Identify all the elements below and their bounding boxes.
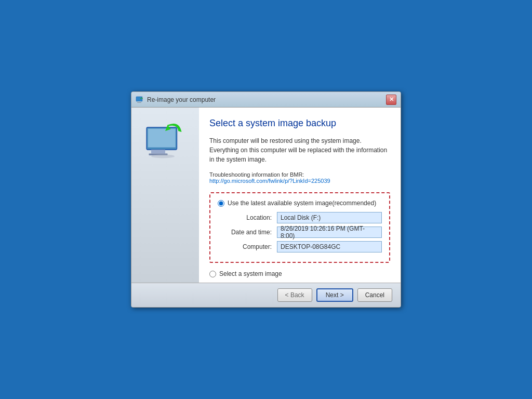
window-title: Re-image your computer — [147, 96, 386, 103]
svg-rect-0 — [136, 97, 142, 101]
location-row: Location: Local Disk (F:) — [218, 212, 382, 223]
option1-label[interactable]: Use the latest available system image(re… — [228, 200, 376, 207]
dialog-body: Select a system image backup This comput… — [131, 108, 401, 283]
location-value: Local Disk (F:) — [277, 212, 382, 223]
right-panel: Select a system image backup This comput… — [199, 108, 401, 283]
option2-label[interactable]: Select a system image — [219, 270, 282, 277]
troubleshooting-link[interactable]: http://go.microsoft.com/fwlink/p/?LinkId… — [209, 178, 330, 184]
description-text: This computer will be restored using the… — [209, 136, 390, 164]
computer-row: Computer: DESKTOP-08G84GC — [218, 241, 382, 252]
option1-row: Use the latest available system image(re… — [218, 200, 382, 207]
computer-value: DESKTOP-08G84GC — [277, 241, 382, 252]
troubleshooting-label: Troubleshooting information for BMR: — [209, 171, 304, 178]
location-label: Location: — [220, 214, 272, 221]
option2-radio[interactable] — [209, 271, 216, 277]
computer-restore-icon — [142, 118, 189, 165]
datetime-row: Date and time: 8/26/2019 10:26:16 PM (GM… — [218, 227, 382, 238]
svg-rect-2 — [137, 102, 141, 103]
left-panel — [131, 108, 199, 283]
close-button[interactable]: ✕ — [386, 95, 396, 105]
svg-rect-5 — [151, 150, 165, 153]
option2-row: Select a system image — [209, 270, 390, 277]
back-button[interactable]: < Back — [277, 288, 312, 302]
datetime-value: 8/26/2019 10:26:16 PM (GMT-8:00) — [277, 227, 382, 238]
svg-rect-4 — [148, 129, 176, 148]
titlebar-icon — [136, 96, 144, 104]
svg-rect-1 — [138, 101, 141, 102]
cancel-button[interactable]: Cancel — [357, 288, 392, 302]
main-dialog: Re-image your computer ✕ Select a system… — [131, 91, 401, 308]
selection-box: Use the latest available system image(re… — [209, 192, 390, 263]
title-bar: Re-image your computer ✕ — [131, 92, 401, 108]
option1-radio[interactable] — [218, 200, 224, 207]
svg-point-7 — [151, 154, 175, 158]
troubleshooting-info: Troubleshooting information for BMR: htt… — [209, 171, 390, 184]
dialog-footer: < Back Next > Cancel — [131, 283, 401, 307]
dialog-heading: Select a system image backup — [209, 118, 390, 129]
computer-label: Computer: — [220, 243, 272, 250]
datetime-label: Date and time: — [220, 229, 272, 236]
next-button[interactable]: Next > — [316, 288, 353, 302]
